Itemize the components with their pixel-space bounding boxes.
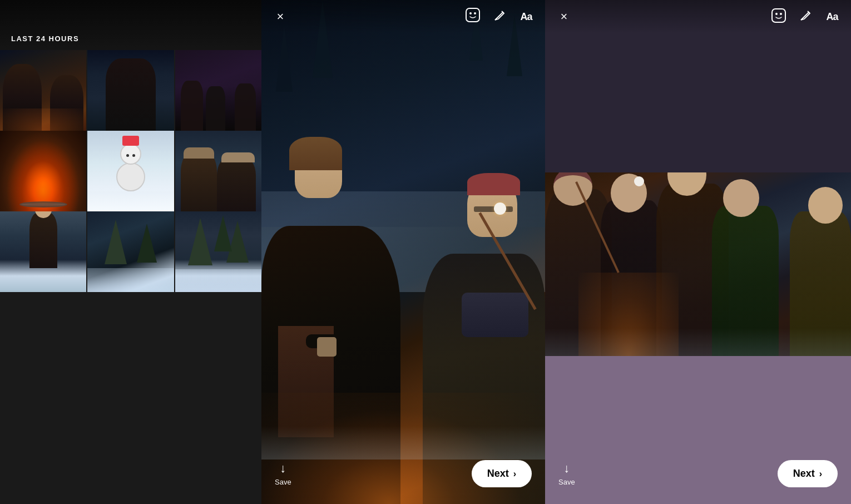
grid-cell-6[interactable]: [175, 131, 261, 211]
grid-cell-4[interactable]: [0, 131, 86, 211]
svg-point-4: [775, 13, 778, 15]
svg-rect-0: [466, 8, 479, 22]
story-scene-1: [261, 0, 545, 504]
save-label-1: Save: [275, 478, 291, 486]
photo-6: [175, 131, 261, 211]
grid-cell-9[interactable]: [175, 211, 261, 292]
sticker-icon-2: [771, 8, 786, 26]
pen-button-1[interactable]: [489, 7, 509, 27]
grid-cell-5[interactable]: [87, 131, 174, 211]
grid-title: LAST 24 HOURS: [11, 34, 79, 43]
close-button-2[interactable]: ×: [554, 7, 574, 27]
editor1-toolbar: ×: [261, 0, 545, 33]
photo-grid-panel: LAST 24 HOURS: [0, 0, 261, 504]
save-icon-2: ↓: [563, 461, 570, 476]
photo-3: [175, 50, 261, 131]
pen-button-2[interactable]: [795, 7, 815, 27]
close-icon-1: ×: [277, 11, 284, 23]
story-editor-2: ×: [545, 0, 851, 504]
photo-4: [0, 131, 86, 211]
pen-icon-1: [493, 9, 506, 25]
close-icon-2: ×: [561, 11, 568, 23]
save-button-1[interactable]: ↓ Save: [275, 461, 291, 486]
grid-cell-1[interactable]: [0, 50, 86, 131]
editor2-bottom: ↓ Save Next ›: [545, 449, 851, 504]
text-icon-1: Aa: [520, 11, 532, 23]
sticker-icon-1: [465, 7, 481, 26]
grid-row-1: [0, 50, 261, 131]
save-label-2: Save: [558, 478, 575, 486]
photo-8: [87, 211, 174, 292]
photo-1: [0, 50, 86, 131]
next-chevron-2: ›: [819, 469, 822, 479]
editor2-toolbar: ×: [545, 0, 851, 33]
photo-2: [87, 50, 174, 131]
svg-point-1: [469, 12, 472, 14]
close-button-1[interactable]: ×: [270, 7, 290, 27]
text-button-2[interactable]: Aa: [822, 7, 842, 27]
pen-icon-2: [799, 9, 812, 25]
next-chevron-1: ›: [513, 469, 516, 479]
sticker-button-2[interactable]: [769, 7, 789, 27]
svg-point-5: [780, 13, 782, 15]
story2-image-strip: [545, 172, 851, 356]
next-label-2: Next: [793, 468, 815, 480]
next-button-2[interactable]: Next ›: [778, 460, 838, 487]
sticker-button-1[interactable]: [463, 7, 483, 27]
next-label-1: Next: [487, 468, 509, 480]
grid-row-3: [0, 211, 261, 292]
grid-cell-3[interactable]: [175, 50, 261, 131]
grid-cell-8[interactable]: [87, 211, 174, 292]
save-icon-1: ↓: [280, 461, 286, 476]
text-button-1[interactable]: Aa: [516, 7, 536, 27]
photo-9: [175, 211, 261, 292]
editor1-bottom: ↓ Save Next ›: [261, 449, 545, 504]
grid-cell-7[interactable]: [0, 211, 86, 292]
photo-5: [87, 131, 174, 211]
grid-cell-2[interactable]: [87, 50, 174, 131]
svg-rect-3: [772, 9, 785, 22]
next-button-1[interactable]: Next ›: [472, 460, 532, 487]
svg-point-2: [474, 12, 476, 14]
grid-header: LAST 24 HOURS: [0, 0, 261, 50]
story-editor-1: ×: [261, 0, 545, 504]
save-button-2[interactable]: ↓ Save: [558, 461, 575, 486]
photo-7: [0, 211, 86, 292]
text-icon-2: Aa: [826, 11, 838, 23]
grid-row-2: [0, 131, 261, 211]
